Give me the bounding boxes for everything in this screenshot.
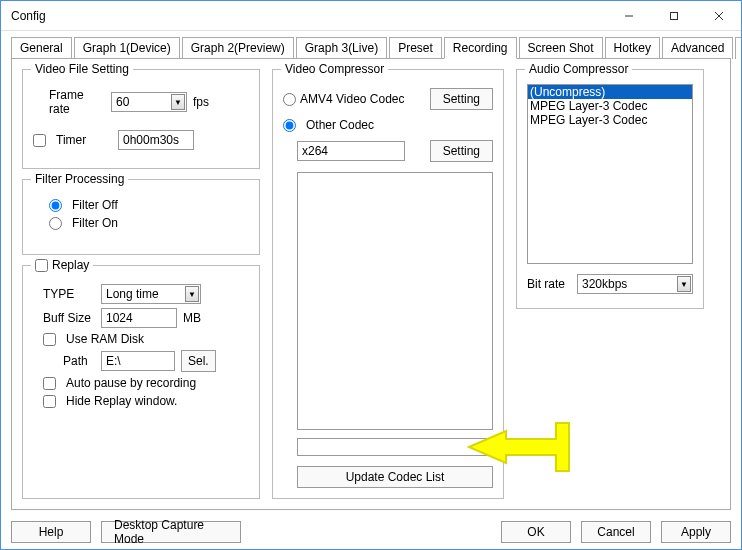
amv4-radio[interactable] [283,93,296,106]
codec-listbox[interactable] [297,172,493,430]
tab-advanced[interactable]: Advanced [662,37,733,59]
tab-preset[interactable]: Preset [389,37,442,59]
other-codec-radio[interactable] [283,119,296,132]
group-video-compressor: Video Compressor AMV4 Video Codec Settin… [272,69,504,499]
label-buff: Buff Size [33,311,95,325]
tab-graph1[interactable]: Graph 1(Device) [74,37,180,59]
label-other-codec: Other Codec [306,118,374,132]
tab-about[interactable]: About [735,37,742,59]
tab-screenshot[interactable]: Screen Shot [519,37,603,59]
hide-replay-checkbox[interactable] [43,395,56,408]
desktop-capture-button[interactable]: Desktop Capture Mode [101,521,241,543]
window-buttons [606,1,741,30]
chevron-down-icon: ▼ [185,286,199,302]
label-amv4: AMV4 Video Codec [300,92,405,106]
label-hide-replay: Hide Replay window. [66,394,177,408]
tab-general[interactable]: General [11,37,72,59]
other-setting-button[interactable]: Setting [430,140,493,162]
tab-graph3[interactable]: Graph 3(Live) [296,37,387,59]
sel-button[interactable]: Sel. [181,350,216,372]
legend-replay: Replay [31,258,93,272]
label-filter-on: Filter On [72,216,118,230]
ok-button[interactable]: OK [501,521,571,543]
minimize-button[interactable] [606,1,651,30]
list-item[interactable]: (Uncompress) [528,85,692,99]
timer-checkbox[interactable] [33,134,46,147]
codec-input[interactable] [297,141,405,161]
label-use-ram: Use RAM Disk [66,332,144,346]
svg-rect-1 [670,12,677,19]
legend-video-compressor: Video Compressor [281,62,388,76]
group-replay: Replay TYPE Long time ▼ Buff Size MB [22,265,260,499]
titlebar: Config [1,1,741,31]
legend-audio-compressor: Audio Compressor [525,62,632,76]
auto-pause-checkbox[interactable] [43,377,56,390]
group-video-file: Video File Setting Frame rate 60 ▼ fps T… [22,69,260,169]
legend-filter: Filter Processing [31,172,128,186]
tab-recording[interactable]: Recording [444,37,517,59]
buff-input[interactable] [101,308,177,328]
label-type: TYPE [33,287,95,301]
amv4-setting-button[interactable]: Setting [430,88,493,110]
label-frame-rate: Frame rate [33,88,105,116]
use-ram-checkbox[interactable] [43,333,56,346]
bottom-bar: Help Desktop Capture Mode OK Cancel Appl… [11,521,731,543]
tab-bar: General Graph 1(Device) Graph 2(Preview)… [11,37,731,59]
chevron-down-icon: ▼ [171,94,185,110]
label-auto-pause: Auto pause by recording [66,376,196,390]
group-audio-compressor: Audio Compressor (Uncompress) MPEG Layer… [516,69,704,309]
replay-type-combo[interactable]: Long time ▼ [101,284,201,304]
framerate-combo[interactable]: 60 ▼ [111,92,187,112]
label-path: Path [33,354,95,368]
chevron-down-icon: ▼ [677,276,691,292]
path-input[interactable] [101,351,175,371]
cancel-button[interactable]: Cancel [581,521,651,543]
replay-type-value: Long time [106,287,159,301]
list-item[interactable]: MPEG Layer-3 Codec [528,113,692,127]
tab-hotkey[interactable]: Hotkey [605,37,660,59]
label-fps: fps [193,95,209,109]
maximize-button[interactable] [651,1,696,30]
legend-video-file: Video File Setting [31,62,133,76]
label-filter-off: Filter Off [72,198,118,212]
label-mb: MB [183,311,201,325]
tab-graph2[interactable]: Graph 2(Preview) [182,37,294,59]
window-title: Config [11,9,606,23]
help-button[interactable]: Help [11,521,91,543]
bitrate-value: 320kbps [582,277,627,291]
replay-checkbox[interactable] [35,259,48,272]
tab-body: Video File Setting Frame rate 60 ▼ fps T… [11,58,731,510]
label-timer: Timer [56,133,112,147]
close-button[interactable] [696,1,741,30]
apply-button[interactable]: Apply [661,521,731,543]
update-codec-button[interactable]: Update Codec List [297,466,493,488]
filter-off-radio[interactable] [49,199,62,212]
filter-on-radio[interactable] [49,217,62,230]
bitrate-combo[interactable]: 320kbps ▼ [577,274,693,294]
list-item[interactable]: MPEG Layer-3 Codec [528,99,692,113]
group-filter: Filter Processing Filter Off Filter On [22,179,260,255]
audio-codec-listbox[interactable]: (Uncompress) MPEG Layer-3 Codec MPEG Lay… [527,84,693,264]
label-bitrate: Bit rate [527,277,571,291]
codec-status [297,438,493,456]
timer-input[interactable] [118,130,194,150]
framerate-value: 60 [116,95,129,109]
